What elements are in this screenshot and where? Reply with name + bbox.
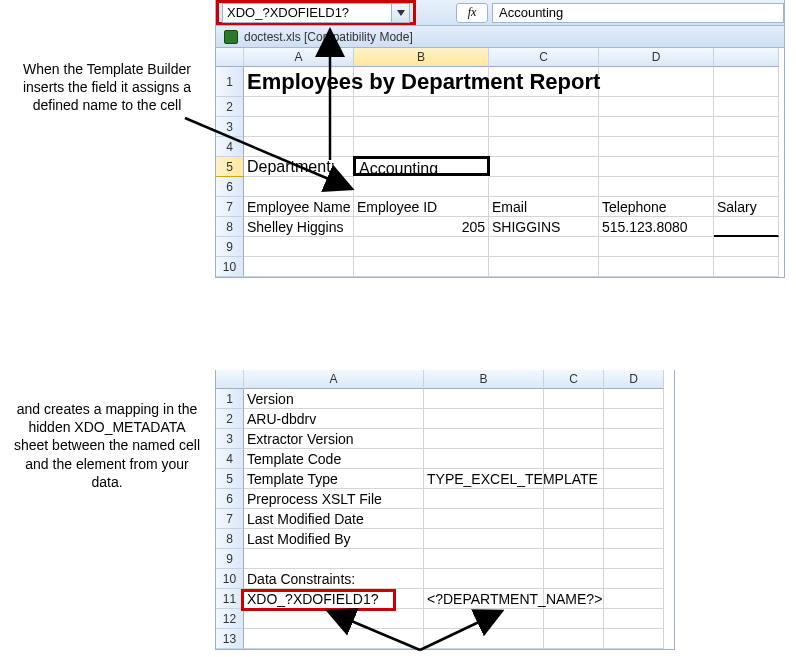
- cell[interactable]: [489, 117, 599, 137]
- cell[interactable]: [714, 237, 779, 257]
- cell[interactable]: [244, 137, 354, 157]
- cell[interactable]: 205: [354, 217, 489, 237]
- cell[interactable]: [604, 409, 664, 429]
- row-header[interactable]: 8: [216, 529, 244, 549]
- cell[interactable]: [424, 429, 544, 449]
- cell[interactable]: [424, 389, 544, 409]
- cell[interactable]: Telephone: [599, 197, 714, 217]
- col-header[interactable]: D: [604, 370, 664, 389]
- cell[interactable]: Version: [244, 389, 424, 409]
- cell[interactable]: [424, 409, 544, 429]
- cell[interactable]: [544, 409, 604, 429]
- cell[interactable]: Email: [489, 197, 599, 217]
- cell-mapping-value[interactable]: <?DEPARTMENT_NAME?>: [424, 589, 544, 609]
- worksheet-metadata[interactable]: A B C D 1 Version 2 ARU-dbdrv 3 Extracto…: [215, 370, 675, 650]
- cell[interactable]: [604, 489, 664, 509]
- cell[interactable]: [544, 589, 604, 609]
- row-header[interactable]: 6: [216, 489, 244, 509]
- cell[interactable]: [544, 449, 604, 469]
- cell[interactable]: [544, 509, 604, 529]
- cell[interactable]: [354, 137, 489, 157]
- row-header[interactable]: 10: [216, 569, 244, 589]
- row-header[interactable]: 10: [216, 257, 244, 277]
- formula-value[interactable]: Accounting: [492, 3, 784, 23]
- cell[interactable]: [489, 237, 599, 257]
- cell[interactable]: [424, 509, 544, 529]
- worksheet-top[interactable]: A B C D 1 Employees by Department Report…: [215, 48, 785, 278]
- cell[interactable]: ARU-dbdrv: [244, 409, 424, 429]
- cell[interactable]: Extractor Version: [244, 429, 424, 449]
- cell[interactable]: Template Type: [244, 469, 424, 489]
- cell[interactable]: [544, 429, 604, 449]
- row-header[interactable]: 2: [216, 409, 244, 429]
- cell[interactable]: SHIGGINS: [489, 217, 599, 237]
- row-header[interactable]: 9: [216, 549, 244, 569]
- name-box[interactable]: XDO_?XDOFIELD1?: [222, 3, 410, 23]
- cell[interactable]: [354, 117, 489, 137]
- cell[interactable]: [604, 509, 664, 529]
- cell[interactable]: [424, 549, 544, 569]
- cell[interactable]: [489, 257, 599, 277]
- cell[interactable]: [604, 389, 664, 409]
- cell[interactable]: Template Code: [244, 449, 424, 469]
- row-header[interactable]: 6: [216, 177, 244, 197]
- select-all-corner[interactable]: [216, 48, 244, 67]
- row-header[interactable]: 3: [216, 429, 244, 449]
- cell[interactable]: Last Modified By: [244, 529, 424, 549]
- cell[interactable]: [604, 589, 664, 609]
- cell[interactable]: [714, 217, 779, 237]
- row-header[interactable]: 11: [216, 589, 244, 609]
- cell[interactable]: [544, 549, 604, 569]
- row-header[interactable]: 4: [216, 449, 244, 469]
- cell[interactable]: TYPE_EXCEL_TEMPLATE: [424, 469, 544, 489]
- col-header[interactable]: A: [244, 48, 354, 67]
- cell[interactable]: [714, 177, 779, 197]
- cell[interactable]: Employee ID: [354, 197, 489, 217]
- cell[interactable]: [489, 177, 599, 197]
- row-header[interactable]: 5: [216, 157, 244, 177]
- cell-department-value[interactable]: Accounting: [353, 156, 490, 176]
- fx-icon[interactable]: fx: [456, 3, 488, 23]
- cell-xdo-field[interactable]: XDO_?XDOFIELD1?: [244, 589, 424, 609]
- cell[interactable]: [489, 137, 599, 157]
- cell[interactable]: [244, 609, 424, 629]
- cell[interactable]: [599, 137, 714, 157]
- cell[interactable]: [354, 97, 489, 117]
- col-header[interactable]: A: [244, 370, 424, 389]
- cell[interactable]: Last Modified Date: [244, 509, 424, 529]
- cell[interactable]: [354, 257, 489, 277]
- cell[interactable]: [604, 629, 664, 649]
- cell[interactable]: [714, 67, 779, 97]
- cell[interactable]: Data Constraints:: [244, 569, 424, 589]
- row-header[interactable]: 7: [216, 197, 244, 217]
- row-header[interactable]: 4: [216, 137, 244, 157]
- cell[interactable]: [424, 449, 544, 469]
- name-box-dropdown[interactable]: [391, 4, 409, 22]
- cell[interactable]: [714, 97, 779, 117]
- row-header[interactable]: 2: [216, 97, 244, 117]
- cell[interactable]: [599, 67, 714, 97]
- cell[interactable]: [714, 117, 779, 137]
- cell-department-label[interactable]: Department:: [244, 157, 354, 177]
- cell[interactable]: [244, 549, 424, 569]
- cell[interactable]: [354, 237, 489, 257]
- cell[interactable]: [424, 569, 544, 589]
- row-header[interactable]: 12: [216, 609, 244, 629]
- cell[interactable]: [544, 489, 604, 509]
- cell[interactable]: [599, 157, 714, 177]
- cell[interactable]: [544, 609, 604, 629]
- cell[interactable]: [599, 177, 714, 197]
- cell[interactable]: [244, 629, 424, 649]
- cell[interactable]: Employee Name: [244, 197, 354, 217]
- cell[interactable]: [604, 569, 664, 589]
- col-header[interactable]: C: [544, 370, 604, 389]
- cell[interactable]: [604, 449, 664, 469]
- cell[interactable]: [354, 177, 489, 197]
- row-header[interactable]: 1: [216, 67, 244, 97]
- cell[interactable]: [244, 237, 354, 257]
- cell[interactable]: Shelley Higgins: [244, 217, 354, 237]
- row-header[interactable]: 3: [216, 117, 244, 137]
- cell[interactable]: [544, 389, 604, 409]
- cell[interactable]: [244, 177, 354, 197]
- cell[interactable]: [424, 529, 544, 549]
